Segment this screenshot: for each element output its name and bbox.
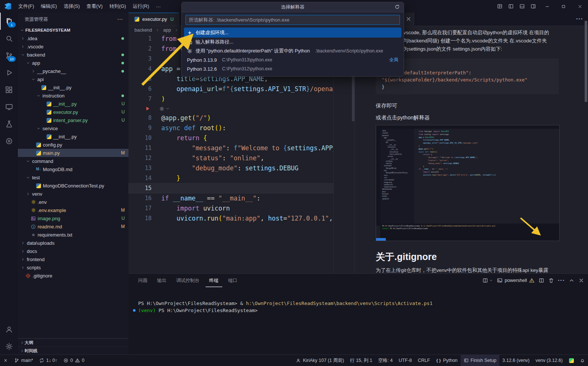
tree-item-.gitignore[interactable]: .gitignore xyxy=(18,272,128,280)
menubar-item-5[interactable]: 运行(R) xyxy=(129,2,152,11)
tree-item-venv[interactable]: venv xyxy=(18,190,128,198)
activity-remote-explorer[interactable] xyxy=(0,98,18,115)
tree-item-MongoDB.md[interactable]: M↓MongoDB.md xyxy=(18,165,128,173)
maximize-panel-icon[interactable] xyxy=(569,277,575,283)
editor-tab[interactable]: executor.pyU xyxy=(128,13,179,26)
inline-widget[interactable] xyxy=(128,104,334,113)
more-actions-icon[interactable]: ··· xyxy=(576,16,583,22)
status-venv-indicator[interactable]: venv (3.12.6) xyxy=(533,355,566,366)
split-terminal-icon[interactable] xyxy=(538,277,544,283)
status-language-mode[interactable]: { }Python xyxy=(433,355,461,366)
activity-run-debug[interactable] xyxy=(0,64,18,81)
layout-sidebar-icon[interactable] xyxy=(505,1,517,11)
tree-item-.env.example[interactable]: .env.exampleM xyxy=(18,206,128,214)
activity-search[interactable] xyxy=(0,30,18,47)
quickpick-item-4[interactable]: Python 3.12.6C:\Python312\python.exe xyxy=(184,64,401,73)
quickpick-item-3[interactable]: Python 3.13.9C:\Python313\python.exe全局 xyxy=(184,55,401,64)
tree-item-main.py[interactable]: main.pyM xyxy=(18,149,128,157)
tree-item-executor.py[interactable]: executor.pyU xyxy=(18,108,128,116)
tree-item-MongoDBConnectionTest.py[interactable]: MongoDBConnectionTest.py xyxy=(18,182,128,190)
menubar-item-0[interactable]: 文件(F) xyxy=(15,2,38,11)
status-git-sync[interactable]: 1↓ 0↑ xyxy=(36,355,60,366)
tree-item-config.py[interactable]: config.py xyxy=(18,141,128,149)
status-commit-info[interactable]: KiriAky 107 (1 周前) xyxy=(293,355,347,366)
tree-item-.vscode[interactable]: .vscode xyxy=(18,42,128,51)
maximize-icon[interactable] xyxy=(555,0,572,13)
tree-item-data\uploads[interactable]: data\uploads xyxy=(18,239,128,247)
workspace-section-header[interactable]: FILESREADSYSTEAM xyxy=(18,26,128,34)
tree-item-__pycache__[interactable]: __pycache__ xyxy=(18,67,128,75)
tree-item-.idea[interactable]: .idea xyxy=(18,34,128,42)
layout-grid-icon[interactable] xyxy=(494,1,505,11)
activity-accounts[interactable] xyxy=(0,321,18,338)
tree-item-frontend[interactable]: frontend xyxy=(18,255,128,263)
terminal[interactable]: PS H:\OwnProject\FilesReadSysteam> & h:\… xyxy=(133,300,588,314)
status-indentation[interactable]: 空格: 4 xyxy=(375,355,396,366)
tree-item-.env[interactable]: .env xyxy=(18,198,128,206)
breadcrumb-item[interactable]: backend xyxy=(134,28,152,33)
minimize-icon[interactable] xyxy=(539,0,555,13)
menubar-item-6[interactable]: ··· xyxy=(152,2,164,11)
tree-item-app[interactable]: app xyxy=(18,59,128,67)
activity-source-control[interactable]: 10 xyxy=(0,47,18,64)
status-eol[interactable]: CRLF xyxy=(415,355,433,366)
status-notifications[interactable] xyxy=(577,355,588,366)
terminal-instance-powershell[interactable]: powershell xyxy=(497,277,535,283)
close-icon[interactable] xyxy=(406,16,411,22)
activity-settings[interactable] xyxy=(0,338,18,355)
sidebar-section-1[interactable]: 时间线 xyxy=(18,347,128,355)
status-encoding[interactable]: UTF-8 xyxy=(396,355,415,366)
more-actions-icon[interactable]: ··· xyxy=(558,277,565,283)
panel-tab-4[interactable]: 端口 xyxy=(225,274,241,287)
menubar-item-3[interactable]: 查看(V) xyxy=(83,2,106,11)
quickpick-item-2[interactable]: 使用 "python.defaultInterpreterPath" 设置中的 … xyxy=(184,46,401,55)
tree-item-instruction[interactable]: instruction xyxy=(18,92,128,100)
quickpick-input[interactable] xyxy=(185,15,400,25)
activity-custom-extension[interactable] xyxy=(0,132,18,150)
tree-item-api[interactable]: api xyxy=(18,75,128,83)
panel-tab-1[interactable]: 输出 xyxy=(153,274,170,287)
preview-scrollbar[interactable] xyxy=(585,21,587,102)
status-python-interpreter[interactable]: 3.12.6 (venv) xyxy=(499,355,533,366)
tree-item-requirements.txt[interactable]: ≡requirements.txt xyxy=(18,231,128,239)
status-extension-status[interactable] xyxy=(566,355,577,366)
tree-item-readme.md[interactable]: readme.mdM xyxy=(18,222,128,231)
panel-tab-3[interactable]: 终端 xyxy=(206,274,222,287)
tree-item-backend[interactable]: backend xyxy=(18,51,128,59)
activity-extensions[interactable] xyxy=(0,81,18,98)
more-actions-icon[interactable]: ··· xyxy=(118,17,124,22)
status-remote-indicator[interactable] xyxy=(0,355,11,366)
menubar-item-2[interactable]: 选择(S) xyxy=(60,2,83,11)
close-panel-icon[interactable] xyxy=(578,277,584,283)
tree-item-command[interactable]: command xyxy=(18,157,128,165)
menubar-item-4[interactable]: 转到(G) xyxy=(106,2,130,11)
layout-panel-icon[interactable] xyxy=(517,1,528,11)
status-cursor-position[interactable]: 行 15, 列 1 xyxy=(347,355,375,366)
kill-terminal-icon[interactable] xyxy=(548,277,554,283)
quickpick-item-0[interactable]: +创建虚拟环境... xyxy=(184,28,401,38)
quickpick-item-1[interactable]: 输入解释器路径... xyxy=(184,38,401,46)
tree-item-__init__.py[interactable]: __init__.py xyxy=(18,83,128,92)
tree-item-scripts[interactable]: scripts xyxy=(18,263,128,272)
tree-item-test[interactable]: test xyxy=(18,173,128,182)
status-finish-setup[interactable]: Finish Setup xyxy=(461,355,499,366)
breadcrumb-item[interactable]: app xyxy=(163,28,171,33)
tree-item-docs[interactable]: docs xyxy=(18,247,128,255)
sidebar-section-0[interactable]: 大纲 xyxy=(18,338,128,347)
panel-tab-0[interactable]: 问题 xyxy=(134,274,151,287)
activity-testing[interactable] xyxy=(0,115,18,132)
tree-item-__init__.py[interactable]: __init__.pyU xyxy=(18,100,128,108)
tree-item-image.png[interactable]: image.pngU xyxy=(18,214,128,222)
activity-explorer[interactable]: 1 xyxy=(0,13,18,30)
panel-tab-2[interactable]: 调试控制台 xyxy=(172,274,203,287)
tree-item-service[interactable]: service xyxy=(18,124,128,132)
close-icon[interactable] xyxy=(572,0,588,13)
refresh-icon[interactable] xyxy=(394,4,400,10)
status-problems[interactable]: 00 xyxy=(60,355,88,366)
layout-right-icon[interactable] xyxy=(528,1,539,11)
tree-item-__init__.py[interactable]: __init__.py xyxy=(18,132,128,141)
status-git-branch[interactable]: main* xyxy=(11,355,36,366)
menubar-item-1[interactable]: 编辑(E) xyxy=(38,2,60,11)
chevron-down-icon[interactable] xyxy=(489,277,493,283)
tree-item-intent_parser.py[interactable]: intent_parser.pyU xyxy=(18,116,128,124)
